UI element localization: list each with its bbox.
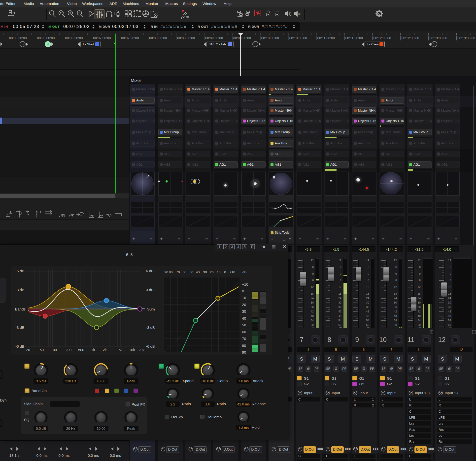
svg-text:2: 2 [225, 245, 227, 249]
svg-text:00:08:00:00: 00:08:00:00 [149, 36, 167, 40]
svg-text:00:05:30:00: 00:05:30:00 [9, 36, 27, 40]
svg-text:00:08:30:00: 00:08:30:00 [177, 36, 195, 40]
svg-text:00:12:30:00: 00:12:30:00 [401, 36, 419, 40]
svg-text:00:11:00:00: 00:11:00:00 [317, 36, 335, 40]
svg-text:1: 1 [218, 245, 220, 249]
svg-text:00:09:00:00: 00:09:00:00 [205, 36, 223, 40]
svg-text:3: 3 [22, 42, 24, 46]
svg-text:00:07:00:00: 00:07:00:00 [93, 36, 111, 40]
svg-text:00:12:00:00: 00:12:00:00 [374, 36, 391, 40]
svg-text:00:07:30:00: 00:07:30:00 [121, 36, 139, 40]
svg-text:00:11:30:00: 00:11:30:00 [345, 36, 363, 40]
svg-text:00:09:30:00: 00:09:30:00 [233, 36, 251, 40]
svg-text:00:13:30:00: 00:13:30:00 [457, 36, 475, 40]
svg-text:3: 3 [231, 245, 233, 249]
svg-text:00:13:00:00: 00:13:00:00 [429, 36, 447, 40]
svg-text:R: R [251, 245, 253, 249]
svg-text:00:10:30:00: 00:10:30:00 [289, 36, 307, 40]
svg-text:S16: 2 - Talk: S16: 2 - Talk [208, 42, 227, 46]
svg-text:00:06:30:00: 00:06:30:00 [65, 36, 83, 40]
svg-text:1 - Start: 1 - Start [82, 42, 94, 46]
svg-text:00:06:00:00: 00:06:00:00 [37, 36, 55, 40]
svg-text:5: 5 [244, 245, 246, 249]
svg-text:3 - Clear: 3 - Clear [367, 42, 379, 46]
svg-text:5: 5 [254, 42, 256, 46]
svg-text:5: 5 [433, 42, 435, 46]
svg-text:4: 4 [237, 245, 239, 249]
svg-text:AB: AB [185, 16, 189, 19]
svg-text:00:10:00:00: 00:10:00:00 [261, 36, 279, 40]
svg-text:4: 4 [47, 42, 49, 46]
